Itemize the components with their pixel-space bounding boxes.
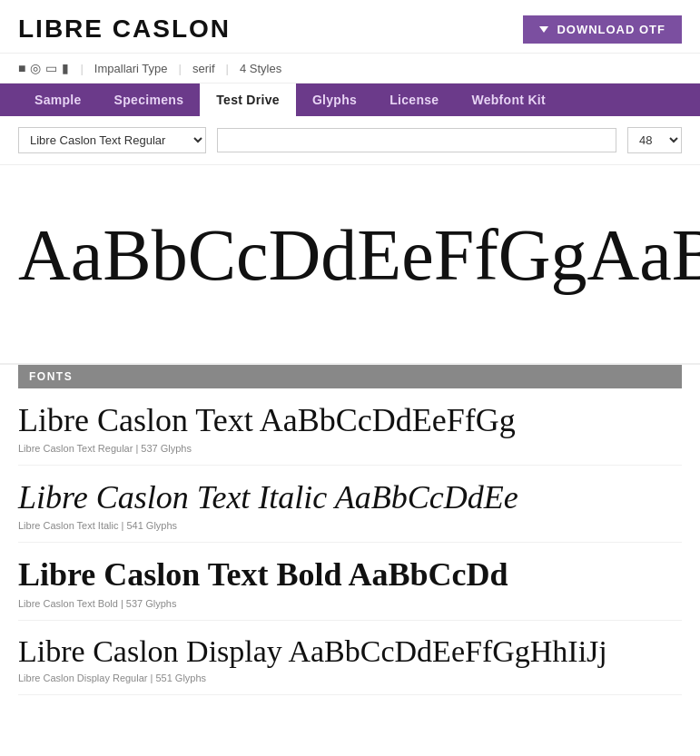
font-meta-bold: Libre Caslon Text Bold | 537 Glyphs xyxy=(18,598,682,616)
font-selector[interactable]: Libre Caslon Text Regular Libre Caslon T… xyxy=(18,127,206,153)
download-arrow-icon xyxy=(539,26,548,33)
download-button[interactable]: DOWNLOAD OTF xyxy=(523,15,682,44)
nav-tabs: Sample Specimens Test Drive Glyphs Licen… xyxy=(0,83,700,116)
font-preview-display: Libre Caslon Display AaBbCcDdEeFfGgHhIiJ… xyxy=(18,633,682,671)
header: LIBRE CASLON DOWNLOAD OTF xyxy=(0,0,700,54)
font-preview-italic: Libre Caslon Text Italic AaBbCcDdEe xyxy=(18,478,682,517)
tab-glyphs[interactable]: Glyphs xyxy=(296,83,373,116)
download-label: DOWNLOAD OTF xyxy=(557,23,665,36)
font-preview-regular: Libre Caslon Text AaBbCcDdEeFfGg xyxy=(18,401,682,440)
font-title: LIBRE CASLON xyxy=(18,15,231,44)
preview-area: AaBbCcDdEeFfGgAaB xyxy=(0,165,700,365)
category-label: serif xyxy=(192,62,215,75)
test-drive-input[interactable] xyxy=(217,128,616,152)
monitor-icon: ■ xyxy=(18,61,25,75)
tab-sample[interactable]: Sample xyxy=(18,83,98,116)
font-item-italic: Libre Caslon Text Italic AaBbCcDdEe Libr… xyxy=(18,466,682,543)
font-item-display: Libre Caslon Display AaBbCcDdEeFfGgHhIiJ… xyxy=(18,621,682,696)
tab-webfont-kit[interactable]: Webfont Kit xyxy=(455,83,562,116)
globe-icon: ◎ xyxy=(30,61,41,75)
device-icons: ■ ◎ ▭ ▮ xyxy=(18,61,69,75)
font-item-regular: Libre Caslon Text AaBbCcDdEeFfGg Libre C… xyxy=(18,388,682,466)
test-drive-controls: Libre Caslon Text Regular Libre Caslon T… xyxy=(0,116,700,165)
separator-3: | xyxy=(226,62,229,75)
styles-label: 4 Styles xyxy=(240,62,281,75)
font-meta-regular: Libre Caslon Text Regular | 537 Glyphs xyxy=(18,443,682,461)
mobile-icon: ▮ xyxy=(62,61,69,75)
font-meta-italic: Libre Caslon Text Italic | 541 Glyphs xyxy=(18,520,682,538)
tab-specimens[interactable]: Specimens xyxy=(98,83,201,116)
font-item-bold: Libre Caslon Text Bold AaBbCcDd Libre Ca… xyxy=(18,543,682,620)
fonts-section: FONTS Libre Caslon Text AaBbCcDdEeFfGg L… xyxy=(0,365,700,713)
fonts-section-header: FONTS xyxy=(18,365,682,388)
tab-license[interactable]: License xyxy=(373,83,455,116)
tablet-icon: ▭ xyxy=(45,61,57,75)
separator-1: | xyxy=(80,62,83,75)
preview-text: AaBbCcDdEeFfGgAaB xyxy=(18,215,700,295)
font-preview-bold: Libre Caslon Text Bold AaBbCcDd xyxy=(18,555,682,594)
meta-row: ■ ◎ ▭ ▮ | Impallari Type | serif | 4 Sty… xyxy=(0,54,700,83)
provider-link[interactable]: Impallari Type xyxy=(94,62,168,75)
tab-test-drive[interactable]: Test Drive xyxy=(200,83,296,116)
separator-2: | xyxy=(179,62,182,75)
size-selector[interactable]: 8 12 16 24 32 48 64 72 96 xyxy=(627,127,682,153)
font-meta-display: Libre Caslon Display Regular | 551 Glyph… xyxy=(18,673,682,691)
